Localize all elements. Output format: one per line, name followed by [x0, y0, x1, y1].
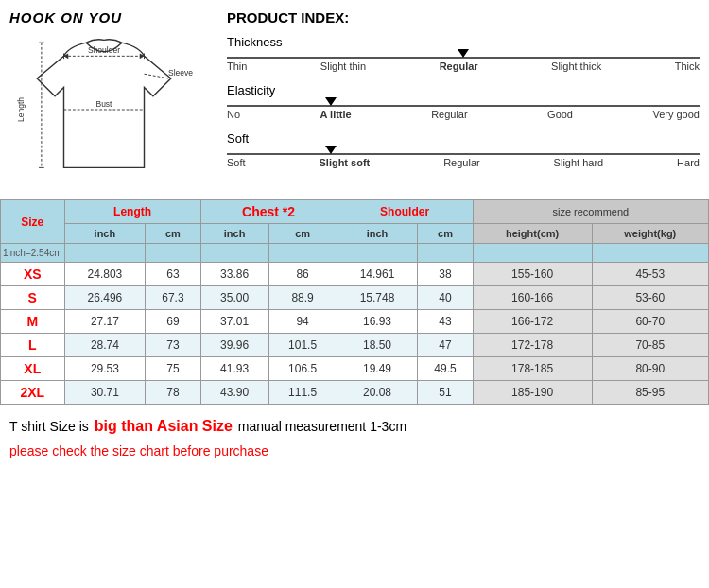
- soft-labels: Soft Slight soft Regular Slight hard Har…: [227, 157, 700, 168]
- thickness-line: [227, 57, 700, 59]
- cell-s-inch: 14.961: [337, 263, 418, 286]
- cell-c-inch: 43.90: [200, 381, 268, 405]
- cell-c-cm: 86: [268, 263, 337, 286]
- cell-height: 155-160: [473, 263, 592, 286]
- shirt-diagram: Shoulder Sleeve Bust Length: [9, 29, 199, 190]
- svg-text:Sleeve: Sleeve: [168, 68, 193, 78]
- cell-s-inch: 16.93: [337, 310, 418, 334]
- thickness-scale: Thin Slight thin Regular Slight thick Th…: [227, 57, 700, 72]
- cell-height: 160-166: [473, 286, 592, 310]
- elasticity-label: Elasticity: [227, 83, 700, 97]
- table-header-row1: Size Length Chest *2 Shoulder size recom…: [1, 200, 709, 224]
- cell-size: S: [1, 286, 65, 310]
- cell-c-cm: 106.5: [268, 357, 337, 381]
- cell-weight: 60-70: [592, 310, 708, 334]
- note-black-1: T shirt Size is: [9, 416, 89, 437]
- bottom-note: T shirt Size is big than Asian Size manu…: [0, 405, 709, 467]
- cell-height: 178-185: [473, 357, 592, 381]
- col-length: Length: [64, 200, 200, 224]
- cell-c-inch: 37.01: [200, 310, 268, 334]
- cell-c-cm: 111.5: [268, 381, 337, 405]
- cell-s-inch: 20.08: [337, 381, 418, 405]
- cell-weight: 70-85: [592, 334, 708, 357]
- brand-name: HOOK ON YOU: [9, 9, 217, 26]
- cell-c-inch: 33.86: [200, 263, 268, 286]
- table-container: Size Length Chest *2 Shoulder size recom…: [0, 199, 709, 405]
- col-weight-head: weight(kg): [592, 224, 708, 244]
- col-l-inch-head: inch: [64, 224, 146, 244]
- unit-label: 1inch=2.54cm: [1, 244, 65, 263]
- cell-weight: 53-60: [592, 286, 708, 310]
- svg-text:Length: Length: [16, 97, 26, 122]
- cell-l-cm: 75: [146, 357, 200, 381]
- cell-s-inch: 19.49: [337, 357, 418, 381]
- left-diagram: HOOK ON YOU Shoulder Sleeve: [9, 9, 217, 190]
- cell-c-cm: 101.5: [268, 334, 337, 357]
- col-s-cm-head: cm: [418, 224, 473, 244]
- cell-c-inch: 35.00: [200, 286, 268, 310]
- cell-s-inch: 15.748: [337, 286, 418, 310]
- col-size: Size: [1, 200, 65, 244]
- note-red-big: big than Asian Size: [95, 414, 233, 439]
- table-row: XL 29.53 75 41.93 106.5 19.49 49.5 178-1…: [1, 357, 709, 381]
- elasticity-row: Elasticity No A little Regular Good Very…: [227, 83, 700, 120]
- soft-line: [227, 153, 700, 155]
- cell-c-cm: 88.9: [268, 286, 337, 310]
- col-shoulder: Shoulder: [337, 200, 473, 224]
- shirt-svg: Shoulder Sleeve Bust Length: [9, 29, 199, 190]
- table-row: L 28.74 73 39.96 101.5 18.50 47 172-178 …: [1, 334, 709, 357]
- cell-l-cm: 78: [146, 381, 200, 405]
- elasticity-scale: No A little Regular Good Very good: [227, 105, 700, 120]
- cell-l-cm: 73: [146, 334, 200, 357]
- table-row: M 27.17 69 37.01 94 16.93 43 166-172 60-…: [1, 310, 709, 334]
- thickness-label: Thickness: [227, 35, 700, 49]
- col-recommend: size recommend: [473, 200, 708, 224]
- note-line2: please check the size chart before purch…: [9, 441, 700, 461]
- col-s-inch-head: inch: [337, 224, 418, 244]
- product-index-title: PRODUCT INDEX:: [227, 9, 700, 26]
- col-c-cm-head: cm: [268, 224, 337, 244]
- cell-c-cm: 94: [268, 310, 337, 334]
- elasticity-line: [227, 105, 700, 107]
- cell-s-cm: 40: [418, 286, 473, 310]
- col-c-inch-head: inch: [200, 224, 268, 244]
- cell-l-inch: 27.17: [64, 310, 146, 334]
- right-index: PRODUCT INDEX: Thickness Thin Slight thi…: [227, 9, 700, 190]
- cell-l-cm: 63: [146, 263, 200, 286]
- cell-l-cm: 67.3: [146, 286, 200, 310]
- cell-c-inch: 41.93: [200, 357, 268, 381]
- cell-l-inch: 24.803: [64, 263, 146, 286]
- elasticity-marker: [325, 97, 337, 106]
- top-section: HOOK ON YOU Shoulder Sleeve: [0, 0, 709, 199]
- cell-l-inch: 30.71: [64, 381, 146, 405]
- table-row: XS 24.803 63 33.86 86 14.961 38 155-160 …: [1, 263, 709, 286]
- cell-s-inch: 18.50: [337, 334, 418, 357]
- note-black-2: manual measurement 1-3cm: [238, 416, 406, 437]
- cell-s-cm: 47: [418, 334, 473, 357]
- cell-height: 172-178: [473, 334, 592, 357]
- cell-l-inch: 26.496: [64, 286, 146, 310]
- cell-size: XS: [1, 263, 65, 286]
- cell-s-cm: 51: [418, 381, 473, 405]
- cell-l-inch: 29.53: [64, 357, 146, 381]
- cell-height: 185-190: [473, 381, 592, 405]
- thickness-row: Thickness Thin Slight thin Regular Sligh…: [227, 35, 700, 72]
- soft-scale: Soft Slight soft Regular Slight hard Har…: [227, 153, 700, 168]
- cell-s-cm: 49.5: [418, 357, 473, 381]
- col-l-cm-head: cm: [146, 224, 200, 244]
- table-header-row2: inch cm inch cm inch cm height(cm) weigh…: [1, 224, 709, 244]
- thickness-marker: [458, 49, 469, 58]
- table-body: XS 24.803 63 33.86 86 14.961 38 155-160 …: [1, 263, 709, 405]
- cell-l-inch: 28.74: [64, 334, 146, 357]
- cell-weight: 80-90: [592, 357, 708, 381]
- cell-size: XL: [1, 357, 65, 381]
- cell-weight: 85-95: [592, 381, 708, 405]
- note-line1: T shirt Size is big than Asian Size manu…: [9, 414, 700, 439]
- table-row: 2XL 30.71 78 43.90 111.5 20.08 51 185-19…: [1, 381, 709, 405]
- cell-size: 2XL: [1, 381, 65, 405]
- cell-l-cm: 69: [146, 310, 200, 334]
- col-height-head: height(cm): [473, 224, 592, 244]
- thickness-labels: Thin Slight thin Regular Slight thick Th…: [227, 61, 700, 72]
- table-row: S 26.496 67.3 35.00 88.9 15.748 40 160-1…: [1, 286, 709, 310]
- cell-size: L: [1, 334, 65, 357]
